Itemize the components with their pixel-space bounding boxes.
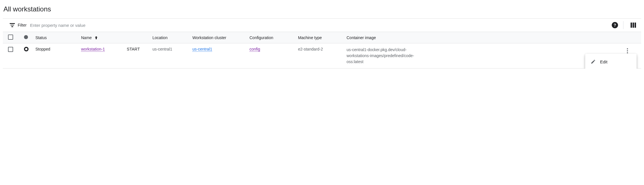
columns-icon[interactable] [629, 21, 638, 30]
column-machine-type[interactable]: Machine type [298, 35, 347, 40]
column-name-label: Name [81, 35, 92, 40]
workstation-name-link[interactable]: workstation-1 [81, 47, 105, 51]
select-all-checkbox[interactable] [8, 35, 13, 40]
filter-icon [10, 23, 15, 27]
column-location[interactable]: Location [152, 35, 192, 40]
start-button[interactable]: START [127, 47, 140, 51]
edit-icon [590, 59, 596, 65]
column-name[interactable]: Name [81, 35, 127, 40]
row-checkbox[interactable] [8, 47, 13, 52]
menu-item-delete[interactable]: Delete [585, 67, 637, 69]
cell-machine-type: e2-standard-2 [298, 47, 347, 51]
sort-asc-icon [94, 35, 98, 40]
filter-input[interactable] [29, 23, 612, 28]
cluster-link[interactable]: us-central1 [192, 47, 212, 51]
column-status[interactable]: Status [35, 35, 81, 40]
table-row: Stopped workstation-1 START us-central1 … [3, 43, 641, 69]
configuration-link[interactable]: config [249, 47, 260, 51]
status-indicator-header-icon [24, 35, 28, 39]
status-stopped-icon [24, 47, 29, 51]
cell-container-image: us-central1-docker.pkg.dev/cloud-worksta… [347, 47, 421, 65]
menu-item-label: Edit [600, 59, 607, 64]
column-configuration[interactable]: Configuration [249, 35, 298, 40]
help-icon[interactable]: ? [612, 22, 618, 28]
page-title: All workstations [3, 5, 641, 13]
menu-item-edit[interactable]: Edit [585, 56, 637, 67]
cell-status: Stopped [35, 47, 81, 51]
row-actions-menu-button[interactable] [624, 47, 631, 54]
table-header: Status Name Location Workstation cluster… [3, 32, 641, 43]
column-cluster[interactable]: Workstation cluster [192, 35, 249, 40]
cell-location: us-central1 [152, 47, 192, 51]
filter-label: Filter [18, 23, 27, 27]
divider [623, 21, 623, 29]
filter-bar: Filter ? [3, 18, 641, 32]
row-actions-menu: Edit Delete Start Stop Add Users [585, 54, 637, 69]
column-container-image[interactable]: Container image [347, 35, 624, 40]
workstations-table: Status Name Location Workstation cluster… [3, 32, 641, 69]
